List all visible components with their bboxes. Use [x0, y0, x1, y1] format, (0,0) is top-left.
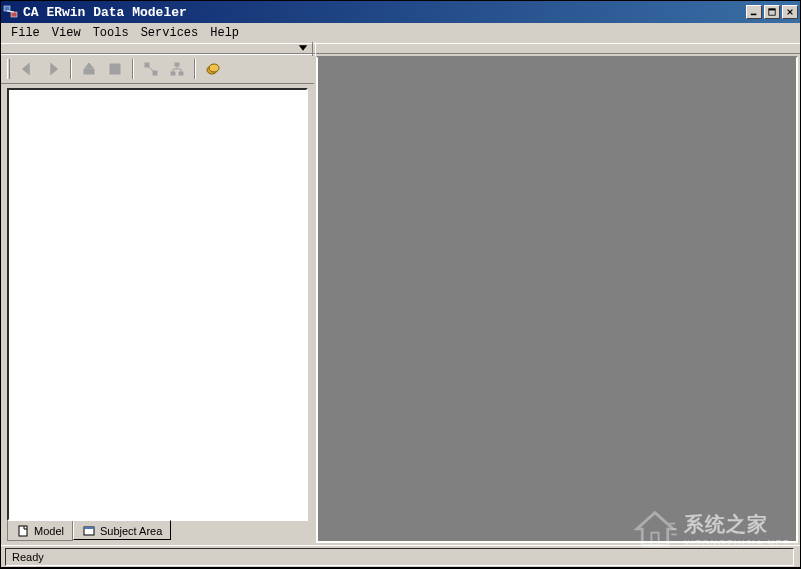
app-icon: [3, 4, 19, 20]
svg-rect-27: [19, 526, 27, 536]
svg-marker-10: [51, 64, 57, 74]
toolbar-sep-2: [132, 59, 134, 79]
status-text: Ready: [5, 548, 794, 566]
svg-rect-20: [179, 72, 183, 75]
go-up-button[interactable]: [78, 58, 100, 80]
nav-forward-button[interactable]: [42, 58, 64, 80]
tab-subject-area-label: Subject Area: [100, 525, 162, 537]
top-toolbar-row: [1, 43, 800, 53]
menu-view[interactable]: View: [46, 24, 87, 42]
menu-help[interactable]: Help: [204, 24, 245, 42]
svg-line-2: [7, 11, 14, 12]
minimize-button[interactable]: [746, 5, 762, 19]
svg-rect-15: [145, 63, 149, 67]
window-title: CA ERwin Data Modeler: [23, 5, 744, 20]
status-bar: Ready: [1, 545, 800, 567]
svg-marker-9: [23, 64, 29, 74]
toolbar-sep-1: [70, 59, 72, 79]
svg-marker-12: [85, 63, 93, 68]
svg-rect-1: [11, 12, 17, 17]
svg-rect-5: [769, 9, 775, 11]
svg-rect-29: [84, 527, 94, 529]
menu-services[interactable]: Services: [135, 24, 205, 42]
tab-model[interactable]: Model: [7, 521, 73, 541]
toolbar-separator: [312, 42, 316, 56]
menu-bar: File View Tools Services Help: [1, 23, 800, 43]
menu-file[interactable]: File: [5, 24, 46, 42]
svg-rect-19: [171, 72, 175, 75]
nav-back-button[interactable]: [16, 58, 38, 80]
window-controls: [744, 5, 798, 19]
svg-point-26: [209, 64, 219, 72]
svg-rect-3: [751, 14, 757, 16]
explorer-panel: Model Subject Area: [1, 54, 316, 545]
tab-subject-area[interactable]: Subject Area: [73, 520, 171, 540]
tab-model-label: Model: [34, 525, 64, 537]
explorer-toolbar: [1, 54, 314, 84]
content-area: Model Subject Area: [1, 53, 800, 545]
relationship-button[interactable]: [140, 58, 162, 80]
svg-rect-13: [110, 64, 120, 74]
diagram-canvas[interactable]: [316, 56, 798, 543]
bulk-editor-button[interactable]: [202, 58, 224, 80]
svg-rect-0: [4, 6, 10, 11]
svg-rect-18: [175, 63, 179, 66]
maximize-button[interactable]: [764, 5, 780, 19]
title-bar: CA ERwin Data Modeler: [1, 1, 800, 23]
svg-line-17: [149, 67, 153, 71]
svg-rect-11: [84, 69, 94, 74]
entity-button[interactable]: [104, 58, 126, 80]
subtype-button[interactable]: [166, 58, 188, 80]
document-icon: [16, 524, 30, 538]
explorer-tabs: Model Subject Area: [1, 521, 314, 545]
toolbar-sep-3: [194, 59, 196, 79]
close-button[interactable]: [782, 5, 798, 19]
toolbar-dropdown-icon[interactable]: [296, 42, 310, 54]
model-tree[interactable]: [7, 88, 308, 521]
svg-rect-16: [153, 71, 157, 75]
menu-tools[interactable]: Tools: [87, 24, 135, 42]
app-window: CA ERwin Data Modeler File View Tools Se…: [0, 0, 801, 568]
subject-area-icon: [82, 524, 96, 538]
svg-marker-8: [299, 45, 307, 51]
toolbar-grip: [7, 59, 10, 79]
